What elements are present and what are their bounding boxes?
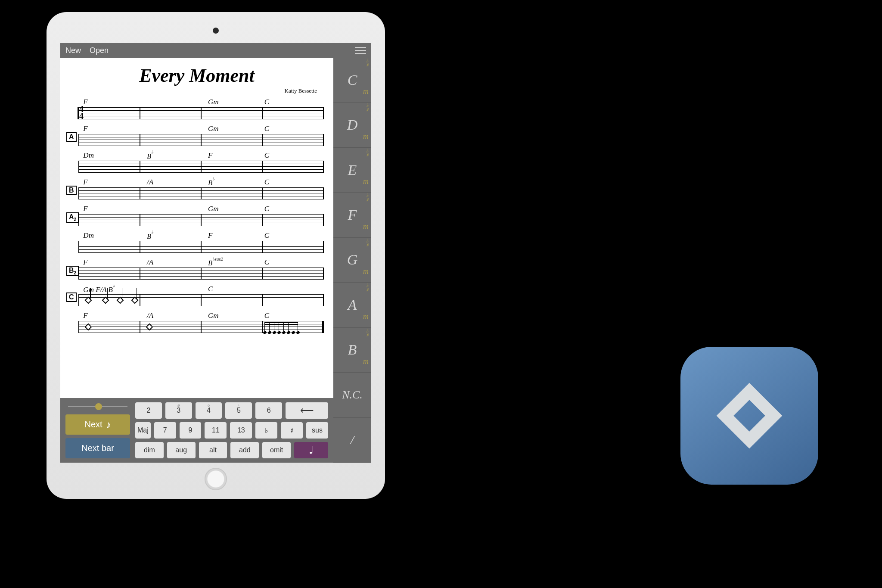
key-dim[interactable]: dim [135,442,164,458]
ipad-home-button[interactable] [205,468,227,490]
chord-label: B♭ [147,151,153,161]
accidental-label[interactable]: ♭♯ [366,283,369,292]
chord-label: F [83,205,87,213]
accidental-label[interactable]: ♭♯ [366,103,369,112]
minor-label[interactable]: m [363,312,369,321]
chord-label: B♭ [208,178,214,187]
minor-label[interactable]: m [363,87,369,96]
chord-label: Gm F/A B♭ [83,285,115,294]
eighth-note-icon: ♪ [106,419,111,431]
section-label: B2 [66,266,79,276]
chord-label: B♭ [147,231,153,241]
sheet-area[interactable]: Every Moment Katty Bessette FGmC44AFGmCD… [60,58,333,398]
accidental-label[interactable]: ♭♯ [366,59,369,67]
chord-label: F [83,311,87,320]
key-11[interactable]: 11 [205,422,227,439]
accidental-label[interactable]: ♭♯ [366,193,369,202]
diamond-icon [706,373,792,459]
section-label: C [66,292,77,302]
chord-label: Gm [208,124,219,133]
chord-label: B♭sus2 [208,258,223,268]
root-b-button[interactable]: B♭♯m [333,328,371,373]
song-byline: Katty Bessette [68,87,326,94]
staff-row[interactable]: DmB♭FC [68,150,326,174]
staff-row[interactable]: DmB♭FC [68,230,326,254]
slash-chord-button[interactable]: / [333,418,371,463]
svg-rect-0 [725,391,773,440]
chord-label: F [208,231,212,240]
tempo-slider[interactable] [65,402,130,411]
chord-label: /A [147,258,153,267]
chord-label: /A [147,311,153,320]
key-9[interactable]: 9 [180,422,202,439]
staff-row[interactable]: A2FGmC [68,204,326,227]
chord-label: C [264,151,269,160]
key-omit[interactable]: omit [262,442,291,458]
section-label: A [66,132,77,142]
minor-label[interactable]: m [363,357,369,366]
minor-label[interactable]: m [363,177,369,186]
chord-label: /A [147,178,153,187]
chord-keyboard: Next♪ Next bar 23ø4o5+6⟵ Maj791113♭♯sus … [60,398,333,463]
chord-label: F [83,98,87,106]
staff-row[interactable]: AFGmC [68,124,326,147]
root-d-button[interactable]: D♭♯m [333,103,371,147]
key-7[interactable]: 7 [154,422,176,439]
backspace-key[interactable]: ⟵ [286,402,328,419]
key-sus[interactable]: sus [306,422,328,439]
accidental-label[interactable]: ♭♯ [366,149,369,157]
chord-label: C [264,258,269,267]
ipad-frame: New Open Every Moment Katty Bessette FGm… [47,12,385,499]
root-c-button[interactable]: C♭♯m [333,58,371,103]
key-♯[interactable]: ♯ [281,422,303,439]
key-3[interactable]: 3ø [165,402,192,419]
rhythm-key[interactable]: ♩ [294,442,328,458]
key-6[interactable]: 6 [255,402,282,419]
chord-label: Dm [83,151,94,160]
key-maj[interactable]: Maj [135,422,151,439]
no-chord-button[interactable]: N.C. [333,373,371,417]
app-screen: New Open Every Moment Katty Bessette FGm… [60,43,371,463]
root-a-button[interactable]: A♭♯m [333,283,371,327]
minor-label[interactable]: m [363,222,369,231]
chord-label: F [83,178,87,187]
chord-label: F [208,151,212,160]
app-icon [680,347,818,485]
chord-label: C [264,124,269,133]
root-f-button[interactable]: F♭♯m [333,193,371,237]
minor-label[interactable]: m [363,267,369,276]
key-5[interactable]: 5+ [225,402,252,419]
staff-row[interactable]: B2F/AB♭sus2C [68,257,326,280]
staff-row[interactable]: FGmC44 [68,97,326,120]
staff-row[interactable]: F/AGmC [68,311,326,334]
chord-label: C [264,178,269,187]
staff-row[interactable]: BF/AB♭C [68,177,326,200]
accidental-label[interactable]: ♭♯ [366,329,369,337]
open-button[interactable]: Open [90,46,109,55]
menu-icon[interactable] [355,47,366,54]
key-♭[interactable]: ♭ [255,422,277,439]
chord-label: C [264,311,269,320]
chord-root-sidebar: C♭♯mD♭♯mE♭♯mF♭♯mG♭♯mA♭♯mB♭♯mN.C./ [333,58,371,463]
accidental-label[interactable]: ♭♯ [366,239,369,247]
root-g-button[interactable]: G♭♯m [333,238,371,283]
ipad-camera [213,28,219,34]
key-aug[interactable]: aug [167,442,196,458]
root-e-button[interactable]: E♭♯m [333,148,371,193]
key-13[interactable]: 13 [230,422,252,439]
chord-label: C [264,98,269,106]
chord-label: Dm [83,231,94,240]
key-4[interactable]: 4o [196,402,222,419]
key-2[interactable]: 2 [135,402,162,419]
staff-row[interactable]: CGm F/A B♭C [68,284,326,307]
topbar: New Open [60,43,371,58]
key-add[interactable]: add [230,442,259,458]
key-alt[interactable]: alt [199,442,227,458]
next-button[interactable]: Next♪ [65,414,130,435]
chord-label: Gm [208,311,219,320]
chord-label: Gm [208,205,219,213]
chord-label: C [264,231,269,240]
new-button[interactable]: New [65,46,81,55]
minor-label[interactable]: m [363,132,369,141]
next-bar-button[interactable]: Next bar [65,438,130,458]
